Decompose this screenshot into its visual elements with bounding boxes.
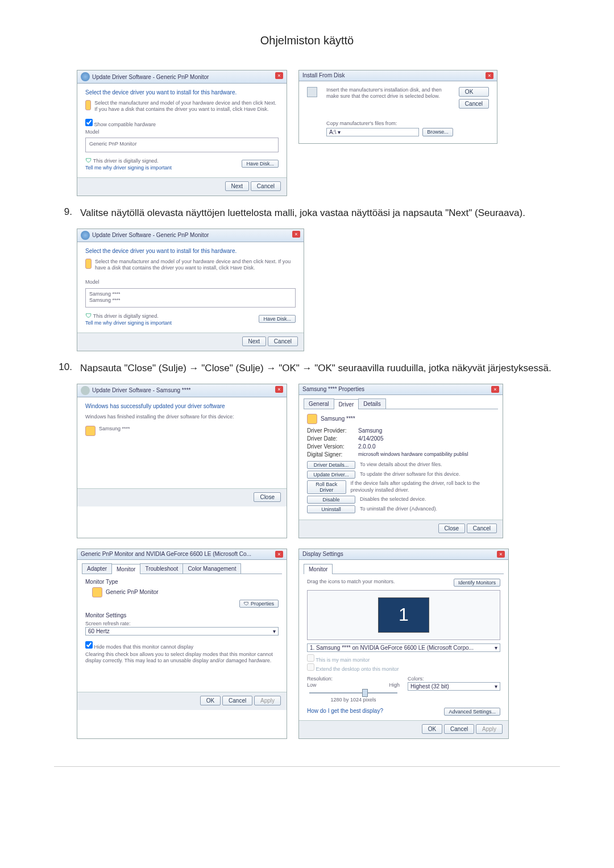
cancel-button[interactable]: Cancel <box>222 696 252 705</box>
signing-link[interactable]: Tell me why driver signing is important <box>85 165 172 171</box>
close-icon[interactable]: × <box>497 551 505 558</box>
device-icon <box>85 426 96 436</box>
model-list[interactable]: Samsung **** Samsung **** <box>85 288 296 308</box>
tab-monitor[interactable]: Monitor <box>111 564 140 574</box>
close-icon[interactable]: × <box>275 551 283 558</box>
model-header: Model <box>85 279 296 285</box>
hide-modes-checkbox[interactable] <box>85 641 93 649</box>
step-number: 9. <box>54 206 72 221</box>
copy-from-label: Copy manufacturer's files from: <box>326 121 453 127</box>
next-button[interactable]: Next <box>225 181 250 191</box>
window-title: Install From Disk × <box>299 70 497 81</box>
step-text: Valitse näytöllä olevasta näyttöjen luet… <box>80 206 560 221</box>
page-title: Ohjelmiston käyttö <box>54 34 560 47</box>
value: 2.0.0.0 <box>358 443 376 450</box>
window-title: Generic PnP Monitor and NVIDIA GeForce 6… <box>77 549 287 560</box>
value: Samsung <box>358 427 382 434</box>
shield-icon: 🛡 <box>85 157 92 164</box>
driver-details-button[interactable]: Driver Details... <box>307 461 355 469</box>
have-disk-button[interactable]: Have Disk... <box>242 160 279 168</box>
colors-label: Colors: <box>408 676 500 682</box>
chevron-down-icon: ▾ <box>338 129 341 135</box>
close-icon[interactable]: × <box>292 231 300 238</box>
device-icon <box>85 100 91 110</box>
disk-icon <box>307 87 317 97</box>
next-button[interactable]: Next <box>242 337 267 346</box>
window-title: Update Driver Software - Samsung **** × <box>77 384 287 397</box>
have-disk-button[interactable]: Have Disk... <box>259 315 296 323</box>
signing-link[interactable]: Tell me why driver signing is important <box>85 320 172 326</box>
tab-driver[interactable]: Driver <box>334 399 359 409</box>
rollback-button[interactable]: Roll Back Driver <box>307 480 346 494</box>
tab-color[interactable]: Color Management <box>182 563 241 574</box>
close-button[interactable]: Close <box>254 492 281 502</box>
step-number: 10. <box>54 362 72 376</box>
close-icon[interactable]: × <box>491 386 499 393</box>
apply-button[interactable]: Apply <box>476 724 503 734</box>
close-icon[interactable]: × <box>486 72 493 79</box>
advanced-button[interactable]: Advanced Settings... <box>444 708 500 716</box>
window-title: Update Driver Software - Generic PnP Mon… <box>77 70 287 84</box>
device-select[interactable]: 1. Samsung **** on NVIDIA GeForce 6600 L… <box>307 643 500 652</box>
browse-button[interactable]: Browse... <box>422 128 453 136</box>
ok-button[interactable]: OK <box>200 696 221 705</box>
desc: Disables the selected device. <box>360 496 426 502</box>
back-icon[interactable] <box>81 72 90 81</box>
window-title: Samsung **** Properties × <box>299 384 503 395</box>
chevron-down-icon: ▾ <box>495 683 497 690</box>
success-sub: Windows has finished installing the driv… <box>85 414 279 420</box>
ok-button[interactable]: OK <box>459 87 489 97</box>
wizard-instruction: Select the manufacturer and model of you… <box>95 259 296 272</box>
identify-button[interactable]: Identify Monitors <box>454 579 500 587</box>
tab-troubleshoot[interactable]: Troubleshoot <box>140 563 183 574</box>
compat-checkbox[interactable] <box>85 119 93 126</box>
list-item[interactable]: Samsung **** <box>89 297 292 304</box>
wizard-heading: Select the device driver you want to ins… <box>85 89 279 95</box>
refresh-select[interactable]: 60 Hertz ▾ <box>85 627 279 636</box>
wizard-heading: Select the device driver you want to ins… <box>85 248 296 254</box>
resolution-slider[interactable] <box>309 692 397 693</box>
cancel-button[interactable]: Cancel <box>268 337 298 346</box>
ok-button[interactable]: OK <box>422 724 442 734</box>
monitor-thumb[interactable]: 1 <box>378 597 429 633</box>
label: Driver Version: <box>307 443 358 450</box>
wizard-instruction: Select the manufacturer and model of you… <box>94 100 279 113</box>
resolution-label: Resolution: <box>307 676 400 682</box>
disable-button[interactable]: Disable <box>307 496 355 504</box>
update-driver-button[interactable]: Update Driver... <box>307 471 355 479</box>
cancel-button[interactable]: Cancel <box>251 181 281 191</box>
window-title: Display Settings × <box>299 549 508 560</box>
close-button[interactable]: Close <box>438 524 466 533</box>
tab-adapter[interactable]: Adapter <box>82 563 112 574</box>
uninstall-button[interactable]: Uninstall <box>307 505 355 513</box>
apply-button[interactable]: Apply <box>254 696 281 705</box>
colors-select[interactable]: Highest (32 bit) ▾ <box>408 682 500 691</box>
cancel-button[interactable]: Cancel <box>467 524 497 533</box>
chevron-down-icon: ▾ <box>273 628 276 634</box>
tab-details[interactable]: Details <box>358 398 386 409</box>
back-icon[interactable] <box>81 231 90 240</box>
help-link[interactable]: How do I get the best display? <box>307 708 383 716</box>
window-title: Update Driver Software - Generic PnP Mon… <box>77 229 304 242</box>
list-item[interactable]: Samsung **** <box>89 291 292 297</box>
monitor-type: Generic PnP Monitor <box>106 589 159 595</box>
properties-button[interactable]: 🛡 Properties <box>239 600 279 608</box>
tab-monitor[interactable]: Monitor <box>304 564 333 574</box>
drag-text: Drag the icons to match your monitors. <box>307 579 395 587</box>
low-label: Low <box>307 682 317 688</box>
cancel-button[interactable]: Cancel <box>444 724 474 734</box>
extend-desktop-checkbox <box>307 663 314 671</box>
divider <box>54 766 560 767</box>
close-icon[interactable]: × <box>275 72 283 79</box>
monitor-icon <box>92 587 102 597</box>
cancel-button[interactable]: Cancel <box>459 99 489 109</box>
tab-general[interactable]: General <box>304 398 334 409</box>
back-icon <box>81 386 90 395</box>
section-header: Monitor Settings <box>85 612 279 618</box>
label: Driver Date: <box>307 435 358 442</box>
label: Digital Signer: <box>307 451 358 458</box>
device-name: Samsung **** <box>321 416 355 422</box>
model-list[interactable]: Generic PnP Monitor <box>85 138 279 152</box>
close-icon[interactable]: × <box>275 386 283 393</box>
drive-select[interactable]: A:\ ▾ <box>326 128 419 136</box>
